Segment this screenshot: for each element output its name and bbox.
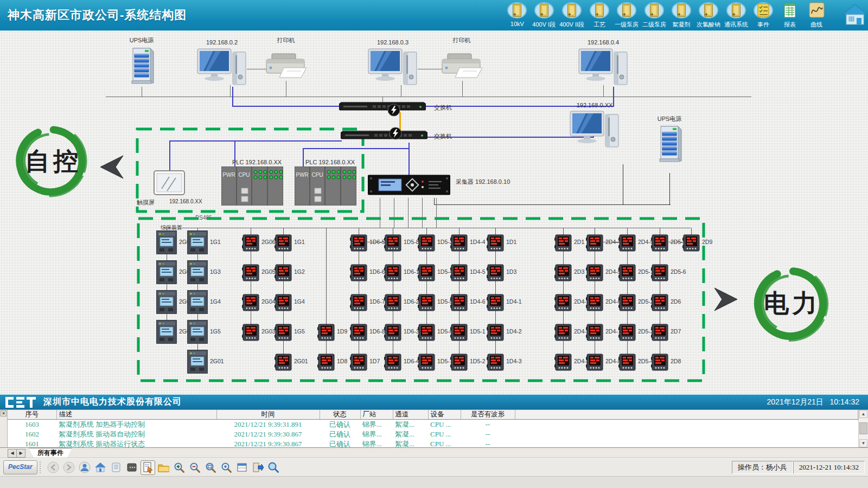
device-collector[interactable] <box>368 174 450 200</box>
meter-2D9[interactable] <box>682 234 700 254</box>
event-row[interactable]: 1601絮凝剂系统 振动器运行状态2021/12/21 9:39:30.867已… <box>8 439 858 447</box>
meter-2D4-4[interactable] <box>586 234 603 254</box>
search-button[interactable] <box>266 460 281 475</box>
meter-1D5-4[interactable] <box>418 264 435 284</box>
device-pc-4[interactable] <box>570 110 620 153</box>
meter-2D5-6[interactable] <box>651 264 668 284</box>
zoom-region-button[interactable] <box>203 460 218 475</box>
nav-item-pump-house-1[interactable]: 一级泵房 <box>615 2 639 29</box>
relay-2G04[interactable] <box>156 290 177 316</box>
meter-1D6-1[interactable] <box>384 264 401 284</box>
device-printer-1[interactable] <box>265 50 308 82</box>
meter-1D9[interactable] <box>317 324 335 343</box>
meter-2D5-4[interactable] <box>618 354 636 373</box>
meter-1D5-3[interactable] <box>418 234 435 254</box>
meter-1D4-3[interactable] <box>487 354 504 373</box>
device-plc-1[interactable]: PWRCPU <box>221 166 283 208</box>
device-pc-1[interactable] <box>197 48 247 91</box>
device-touchscreen[interactable] <box>154 170 185 198</box>
scroll-down-icon[interactable]: ▼ <box>859 439 867 447</box>
tab-scroll-buttons[interactable]: ◀ ▶ <box>8 449 25 458</box>
device-switch-2[interactable] <box>341 131 427 143</box>
zoom-in-button[interactable] <box>172 460 187 475</box>
meter-2G03[interactable] <box>242 324 259 343</box>
nav-item-flocculant[interactable]: 絮凝剂 <box>670 2 693 29</box>
tab-all-events[interactable]: 所有事件 <box>29 448 72 458</box>
device-ups-2[interactable] <box>656 123 682 166</box>
meter-1D4-1[interactable] <box>487 294 504 313</box>
scroll-thumb[interactable] <box>859 422 867 434</box>
nav-item-400v-duan1[interactable]: 400V I段 <box>532 2 556 29</box>
meter-1D4-6[interactable] <box>450 294 468 313</box>
device-switch-1[interactable] <box>339 102 426 114</box>
page-select-button[interactable] <box>141 460 155 475</box>
relay-1G3[interactable] <box>187 260 208 286</box>
relay-1G1[interactable] <box>187 230 208 256</box>
relay-1G5[interactable] <box>187 320 208 346</box>
meter-2D5-1[interactable] <box>618 264 636 284</box>
meter-1D6-7[interactable] <box>350 294 367 313</box>
folder-button[interactable] <box>156 460 171 475</box>
column-header[interactable]: 通道 <box>393 410 428 420</box>
nav-item-10kv[interactable]: 10kV <box>506 2 528 27</box>
meter-2D5-3[interactable] <box>618 324 636 343</box>
event-row[interactable]: 1603絮凝剂系统 加热器手动控制2021/12/21 9:39:31.891已… <box>8 420 858 430</box>
meter-1D5-2[interactable] <box>450 354 468 373</box>
column-header[interactable]: 序号 <box>8 410 56 420</box>
meter-1D1[interactable] <box>487 234 504 254</box>
meter-1D5-5[interactable] <box>418 294 435 313</box>
zoom-out-button[interactable] <box>188 460 202 475</box>
meter-2G05[interactable] <box>242 264 259 284</box>
tab-prev-icon[interactable]: ◀ <box>8 450 17 457</box>
relay-2G06[interactable] <box>156 230 177 256</box>
relay-2G01[interactable] <box>187 350 208 376</box>
home-nav-button[interactable] <box>842 3 868 28</box>
forward-button[interactable] <box>62 460 76 475</box>
nav-item-400v-duan2[interactable]: 400V II段 <box>559 2 584 29</box>
meter-1G4[interactable] <box>275 294 292 313</box>
meter-1D8[interactable] <box>317 354 335 373</box>
meter-1D4-5[interactable] <box>450 264 468 284</box>
meter-2G01[interactable] <box>275 354 292 373</box>
meter-1D5-7[interactable] <box>418 354 435 373</box>
meter-2G04[interactable] <box>242 294 259 313</box>
column-header[interactable]: 厂站 <box>360 410 393 420</box>
relay-2G03[interactable] <box>156 320 177 346</box>
meter-1G1[interactable] <box>275 234 292 254</box>
meter-1D5-1[interactable] <box>450 324 468 343</box>
nav-item-reports[interactable]: 报表 <box>778 2 801 29</box>
meter-2G06[interactable] <box>242 234 259 254</box>
meter-2D4-6[interactable] <box>586 294 603 313</box>
device-pc-3[interactable] <box>578 48 628 91</box>
nav-item-pump-house-2[interactable]: 二级泵房 <box>642 2 666 29</box>
device-plc-2[interactable]: PWRCPU <box>295 166 356 208</box>
meter-2D4-7[interactable] <box>586 324 603 343</box>
nav-item-comm-system[interactable]: 通讯系统 <box>724 2 748 29</box>
meter-2D6[interactable] <box>651 294 668 313</box>
meter-2D4-1[interactable] <box>554 294 572 313</box>
meter-1D4-4[interactable] <box>450 234 468 254</box>
meter-1D6-4[interactable] <box>384 354 401 373</box>
meter-2D7[interactable] <box>651 324 668 343</box>
close-icon[interactable]: ✕ <box>1 410 7 416</box>
event-scrollbar[interactable]: ▲ ▼ <box>858 410 868 447</box>
event-row[interactable]: 1602絮凝剂系统 振动器自动控制2021/12/21 9:39:30.867已… <box>8 429 858 439</box>
meter-2D1[interactable] <box>554 234 572 254</box>
nav-item-hypochlorite[interactable]: 次氯酸钠 <box>697 2 720 29</box>
back-button[interactable] <box>46 460 61 475</box>
meter-1D7[interactable] <box>350 354 367 373</box>
meter-1G5[interactable] <box>275 324 292 343</box>
device-printer-2[interactable] <box>441 50 483 82</box>
meter-1D4-2[interactable] <box>487 324 504 343</box>
column-header[interactable]: 时间 <box>216 410 320 420</box>
device-ups-1[interactable] <box>129 45 155 88</box>
meter-1G2[interactable] <box>275 264 292 284</box>
meter-1D6-5[interactable] <box>350 234 367 254</box>
meter-2D5-5[interactable] <box>651 234 668 254</box>
meter-1D3[interactable] <box>487 264 504 284</box>
meter-2D8[interactable] <box>651 354 668 373</box>
meter-2D3[interactable] <box>554 264 572 284</box>
window-button[interactable] <box>235 460 250 475</box>
meter-1D5-6[interactable] <box>418 324 435 343</box>
meter-2D5-2[interactable] <box>618 294 636 313</box>
